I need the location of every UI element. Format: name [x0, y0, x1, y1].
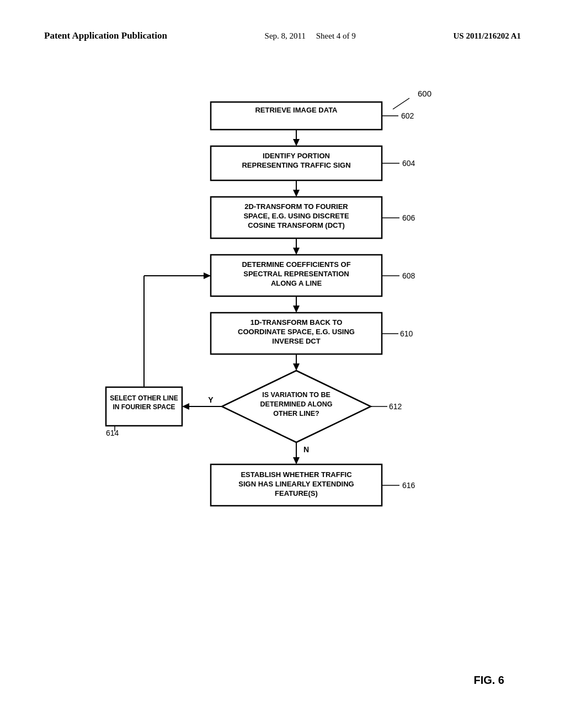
box-616-line1: ESTABLISH WHETHER TRAFFIC — [241, 470, 352, 479]
svg-marker-16 — [293, 306, 300, 313]
ref-606: 606 — [402, 213, 415, 222]
box-604-line1: IDENTIFY PORTION — [263, 152, 330, 160]
box-608-line3: ALONG A LINE — [271, 279, 322, 287]
yes-label: Y — [208, 395, 214, 404]
box-616-line3: FEATURE(S) — [275, 489, 318, 497]
ref-614: 614 — [106, 429, 119, 437]
svg-marker-28 — [204, 272, 211, 279]
box-606-line2: SPACE, E.G. USING DISCRETE — [243, 212, 349, 220]
diamond-612-line2: DETERMINED ALONG — [260, 400, 333, 408]
box-614-line2: IN FOURIER SPACE — [113, 403, 175, 411]
box-608-line1: DETERMINE COEFFICIENTS OF — [242, 260, 350, 269]
ref-616: 616 — [402, 481, 415, 490]
svg-marker-20 — [293, 363, 300, 371]
box-610-line2: COORDINATE SPACE, E.G. USING — [238, 328, 355, 336]
diamond-612-line1: IS VARIATION TO BE — [262, 391, 331, 399]
svg-line-0 — [393, 98, 409, 109]
figure-label: FIG. 6 — [473, 674, 504, 687]
box-610-line1: 1D-TRANSFORM BACK TO — [250, 318, 343, 326]
header-date-sheet: Sep. 8, 2011 Sheet 4 of 9 — [265, 31, 356, 41]
no-label: N — [303, 445, 309, 454]
ref-602: 602 — [401, 111, 414, 120]
header-sheet: Sheet 4 of 9 — [316, 31, 356, 40]
box-602-label: RETRIEVE IMAGE DATA — [255, 106, 338, 114]
ref-610: 610 — [400, 329, 413, 338]
page-header: Patent Application Publication Sep. 8, 2… — [0, 30, 565, 41]
box-608-line2: SPECTRAL REPRESENTATION — [243, 270, 349, 278]
ref-600: 600 — [418, 89, 431, 98]
svg-marker-4 — [293, 139, 300, 146]
flowchart-diagram: 600 RETRIEVE IMAGE DATA 602 IDENTIFY POR… — [89, 72, 476, 601]
header-publication-title: Patent Application Publication — [44, 30, 167, 41]
ref-612: 612 — [389, 402, 402, 411]
ref-608: 608 — [402, 271, 415, 280]
box-606-line1: 2D-TRANSFORM TO FOURIER — [244, 202, 348, 211]
svg-marker-12 — [293, 248, 300, 255]
box-610-line3: INVERSE DCT — [272, 337, 320, 345]
box-606-line3: COSINE TRANSFORM (DCT) — [248, 221, 345, 229]
diamond-612-line3: OTHER LINE? — [273, 410, 319, 417]
box-616-line2: SIGN HAS LINEARLY EXTENDING — [238, 480, 354, 488]
box-604-line2: REPRESENTING TRAFFIC SIGN — [242, 161, 350, 169]
svg-marker-8 — [293, 190, 300, 197]
svg-marker-23 — [182, 403, 189, 410]
box-614-line1: SELECT OTHER LINE — [110, 394, 178, 402]
ref-604: 604 — [402, 159, 415, 168]
header-patent-number: US 2011/216202 A1 — [453, 31, 521, 41]
svg-marker-30 — [293, 457, 300, 464]
header-date: Sep. 8, 2011 — [265, 31, 306, 40]
